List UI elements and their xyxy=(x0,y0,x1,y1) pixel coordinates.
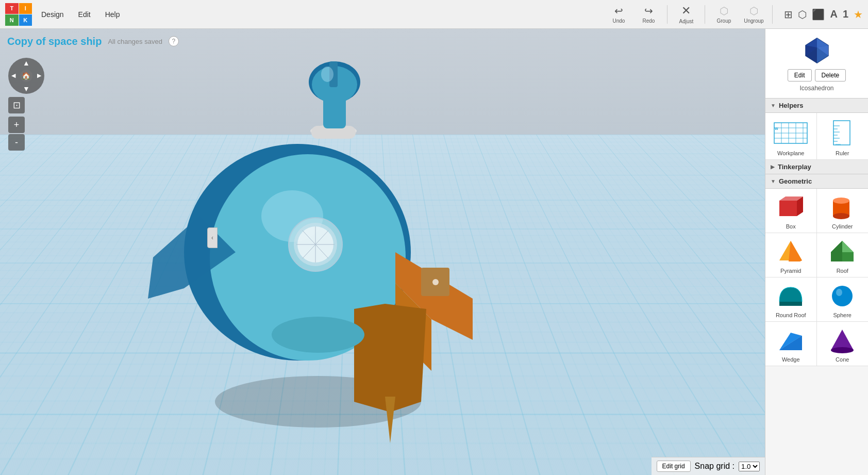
3d-viewport[interactable]: Copy of space ship All changes saved ? ▲… xyxy=(0,29,765,475)
compass-nw xyxy=(8,58,20,70)
sphere-label: Sphere xyxy=(833,312,852,318)
3d-box-icon[interactable]: ⬡ xyxy=(798,8,807,21)
ruler-item[interactable]: mm Ruler xyxy=(817,113,869,160)
grid-view-icon[interactable]: ⊞ xyxy=(784,8,793,21)
star-icon[interactable]: ★ xyxy=(854,8,863,21)
cone-svg xyxy=(828,327,857,353)
sphere-svg xyxy=(828,283,857,309)
group-label: Group xyxy=(717,18,731,24)
text-icon[interactable]: A xyxy=(830,8,837,20)
undo-label: Undo xyxy=(612,18,625,24)
save-status: All changes saved xyxy=(108,38,162,45)
cube-icon[interactable]: ⬛ xyxy=(812,8,825,21)
compass-n: ▲ xyxy=(20,58,32,70)
cylinder-label: Cylinder xyxy=(832,223,853,230)
number-icon[interactable]: 1 xyxy=(843,8,848,20)
canvas-area[interactable]: Copy of space ship All changes saved ? ▲… xyxy=(0,29,765,475)
toolbar-divider-2 xyxy=(705,5,705,24)
logo-n: N xyxy=(5,14,19,26)
pyramid-shape-item[interactable]: Pyramid xyxy=(765,233,817,277)
zoom-in-button[interactable]: + xyxy=(8,117,25,133)
pyramid-svg xyxy=(776,239,805,265)
beak-main xyxy=(354,304,426,412)
menu-edit[interactable]: Edit xyxy=(73,8,96,21)
geometric-section-label: Geometric xyxy=(779,177,812,185)
geometric-section-header[interactable]: ▼ Geometric xyxy=(765,174,868,189)
helpers-grid: W Workplane mm xyxy=(765,113,868,160)
menu-help[interactable]: Help xyxy=(100,8,125,21)
ungroup-button[interactable]: ⬡ Ungroup xyxy=(742,5,765,24)
toolbar-group: ↩ Undo ↪ Redo ✕ Adjust ⬡ Group ⬡ Ungroup… xyxy=(607,4,863,24)
svg-text:W: W xyxy=(775,127,778,130)
adjust-icon: ✕ xyxy=(681,4,691,18)
pyramid-shape-icon xyxy=(775,237,806,266)
group-button[interactable]: ⬡ Group xyxy=(712,5,735,24)
project-title[interactable]: Copy of space ship xyxy=(7,36,102,47)
icosahedron-preview-svg xyxy=(803,36,831,65)
zoom-controls: + - xyxy=(8,117,44,151)
cone-label: Cone xyxy=(836,356,849,363)
spaceship-svg xyxy=(132,51,524,453)
cone-shape-item[interactable]: Cone xyxy=(817,322,869,366)
compass-ne xyxy=(32,58,44,70)
svg-rect-35 xyxy=(779,302,802,306)
svg-point-37 xyxy=(836,289,842,296)
topbar: T I N K Design Edit Help ↩ Undo ↪ Redo ✕… xyxy=(0,0,868,29)
wedge-svg xyxy=(776,327,805,353)
helpers-section-header[interactable]: ▼ Helpers xyxy=(765,99,868,113)
snap-grid-label: Snap grid : xyxy=(695,462,735,471)
box-shape-item[interactable]: Box xyxy=(765,189,817,233)
navigation-controls: ▲ ◀ 🏠 ▶ ▼ ⊡ + - xyxy=(8,58,44,151)
roof-shape-item[interactable]: Roof xyxy=(817,233,869,277)
round-roof-svg xyxy=(776,283,805,309)
toolbar-divider-3 xyxy=(772,5,773,24)
adjust-button[interactable]: ✕ Adjust xyxy=(675,4,697,24)
round-roof-shape-item[interactable]: Round Roof xyxy=(765,277,817,322)
logo-t: T xyxy=(5,3,19,14)
help-button[interactable]: ? xyxy=(169,36,179,46)
redo-button[interactable]: ↪ Redo xyxy=(637,5,660,24)
tinkerplay-section-header[interactable]: ▶ Tinkerplay xyxy=(765,160,868,174)
svg-point-29 xyxy=(833,213,849,219)
wedge-shape-icon xyxy=(775,326,806,354)
cylinder-shape-item[interactable]: Cylinder xyxy=(817,189,869,233)
panel-collapse-arrow[interactable]: ‹ xyxy=(207,227,218,248)
shape-preview: Edit Delete Icosahedron xyxy=(765,29,868,99)
edit-shape-button[interactable]: Edit xyxy=(788,69,812,81)
edit-grid-button[interactable]: Edit grid xyxy=(657,461,691,472)
undo-button[interactable]: ↩ Undo xyxy=(607,5,630,24)
svg-rect-24 xyxy=(779,201,797,216)
zoom-out-button[interactable]: - xyxy=(8,134,25,151)
orbit-compass[interactable]: ▲ ◀ 🏠 ▶ ▼ xyxy=(8,58,44,94)
compass-w: ◀ xyxy=(8,70,20,81)
undo-icon: ↩ xyxy=(614,5,623,17)
ruler-svg: mm xyxy=(828,119,857,147)
helpers-arrow: ▼ xyxy=(771,103,776,108)
delete-shape-button[interactable]: Delete xyxy=(815,69,846,81)
spaceship-model xyxy=(26,29,631,475)
wedge-shape-item[interactable]: Wedge xyxy=(765,322,817,366)
workplane-item[interactable]: W Workplane xyxy=(765,113,817,160)
snap-grid-select[interactable]: 1.0 xyxy=(739,462,760,471)
ruler-label: Ruler xyxy=(836,150,849,156)
shape-preview-image xyxy=(802,35,832,66)
workplane-label: Workplane xyxy=(777,150,804,156)
svg-point-43 xyxy=(831,347,854,353)
helpers-section-label: Helpers xyxy=(779,102,804,109)
logo-i: I xyxy=(19,3,32,14)
ungroup-icon: ⬡ xyxy=(749,5,758,17)
ruler-icon: mm xyxy=(824,117,860,148)
svg-point-28 xyxy=(833,198,849,204)
fit-view-button[interactable]: ⊡ xyxy=(8,97,25,113)
shape-action-buttons: Edit Delete xyxy=(788,69,846,81)
compass-center[interactable]: 🏠 xyxy=(20,70,32,81)
cylinder-svg xyxy=(828,194,857,220)
wedge-label: Wedge xyxy=(782,356,800,363)
tinkerplay-arrow: ▶ xyxy=(771,164,775,170)
menu-design[interactable]: Design xyxy=(36,8,69,21)
sphere-shape-item[interactable]: Sphere xyxy=(817,277,869,322)
workplane-svg: W xyxy=(773,119,808,147)
tinkercad-logo[interactable]: T I N K xyxy=(5,3,32,26)
cylinder-shape-icon xyxy=(827,193,858,221)
pyramid-label: Pyramid xyxy=(780,268,801,274)
